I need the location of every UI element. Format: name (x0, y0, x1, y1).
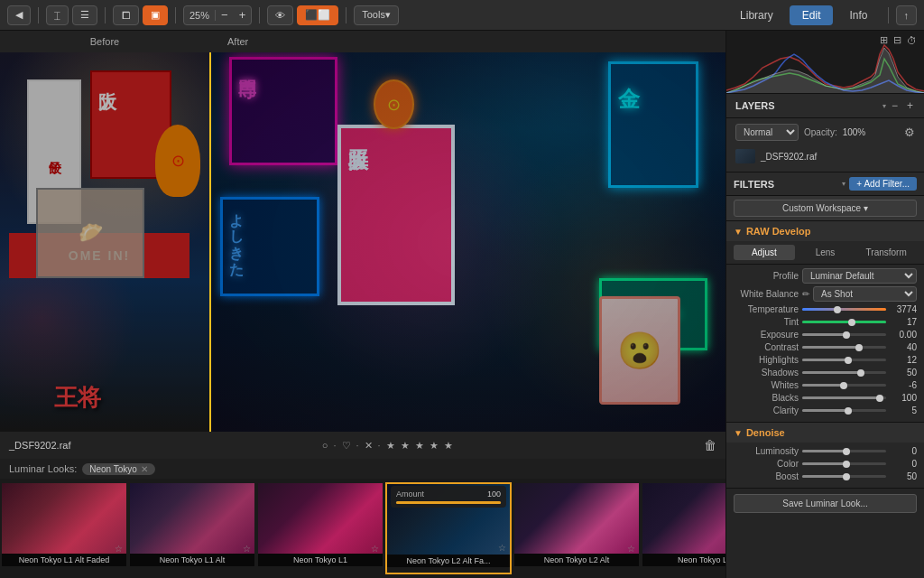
shadows-thumb[interactable] (857, 369, 864, 377)
whites-slider[interactable] (802, 384, 886, 387)
tint-label: Tint (734, 317, 799, 327)
raw-tab-transform[interactable]: Transform (855, 245, 917, 260)
film-thumb-5 (514, 483, 639, 554)
shadows-slider[interactable] (802, 371, 886, 374)
profile-select[interactable]: Luminar Default Camera Default (802, 268, 917, 284)
tint-slider[interactable] (802, 321, 886, 323)
luminosity-slider[interactable] (802, 450, 886, 452)
reject-icon[interactable]: ✕ (365, 440, 373, 452)
whites-thumb[interactable] (840, 382, 847, 389)
add-filter-button[interactable]: + Add Filter... (849, 177, 917, 191)
before-after-button[interactable]: ⬛⬜ (297, 5, 338, 25)
tools-button[interactable]: Tools▾ (354, 5, 399, 25)
contrast-thumb[interactable] (855, 344, 863, 351)
compare-mode-button[interactable]: ▣ (143, 5, 168, 25)
custom-workspace-button[interactable]: Custom Workspace ▾ (734, 200, 917, 217)
boost-slider[interactable] (802, 475, 886, 478)
export-button[interactable]: ↑ (896, 5, 918, 25)
temperature-thumb[interactable] (834, 306, 841, 313)
back-button[interactable]: ◀ (7, 5, 31, 25)
blacks-slider[interactable] (802, 396, 886, 399)
looks-badge: Neon Tokyo ✕ (82, 463, 155, 475)
layers-plus-btn[interactable]: + (905, 99, 915, 112)
contrast-slider[interactable] (802, 346, 886, 349)
highlights-slider[interactable] (802, 359, 886, 361)
star-3[interactable]: ★ (415, 440, 424, 452)
blacks-thumb[interactable] (876, 395, 883, 402)
color-thumb[interactable] (843, 461, 850, 468)
raw-tab-lens[interactable]: Lens (795, 245, 856, 260)
highlights-thumb[interactable] (845, 357, 852, 364)
film-item-4[interactable]: Amount 100 ☆ Neon Tokyo L2 Alt Fa... (385, 482, 512, 574)
exposure-track (802, 333, 845, 336)
before-after-bar: Before After (0, 31, 725, 52)
after-label: After (218, 36, 257, 47)
clarity-track (802, 409, 845, 412)
temperature-label: Temperature (734, 304, 799, 314)
film-star-1[interactable]: ☆ (115, 544, 123, 554)
tint-thumb[interactable] (848, 319, 855, 326)
star-2[interactable]: ★ (401, 440, 410, 452)
star-1[interactable]: ★ (386, 440, 395, 452)
after-section: After (209, 36, 725, 47)
film-star-5[interactable]: ☆ (627, 544, 635, 554)
view-mode-button[interactable]: ⧠ (113, 5, 139, 25)
color-slider[interactable] (802, 462, 886, 465)
amount-slider[interactable] (396, 501, 501, 504)
layer-row[interactable]: _DSF9202.raf (735, 146, 915, 166)
denoise-header[interactable]: ▼ Denoise (726, 423, 924, 443)
film-star-2[interactable]: ☆ (243, 544, 251, 554)
before-after-divider[interactable] (209, 52, 211, 432)
edit-tab[interactable]: Edit (790, 5, 834, 25)
delete-button[interactable]: 🗑 (704, 438, 716, 452)
film-item-5[interactable]: ☆ Neon Tokyo L2 Alt (513, 482, 640, 574)
zoom-minus-button[interactable]: − (216, 8, 234, 22)
film-star-3[interactable]: ☆ (371, 544, 379, 554)
exposure-thumb[interactable] (843, 331, 850, 339)
star-4[interactable]: ★ (430, 440, 439, 452)
boost-thumb[interactable] (843, 473, 850, 480)
denoise-title: Denoise (746, 427, 917, 438)
zoom-plus-button[interactable]: + (234, 8, 252, 22)
heart-icon[interactable]: ♡ (342, 440, 351, 452)
layers-header[interactable]: LAYERS ▾ − + (726, 94, 924, 118)
raw-develop-header[interactable]: ▼ RAW Develop (726, 221, 924, 241)
menu-button[interactable]: ☰ (72, 5, 97, 25)
circle-icon[interactable]: ○ (322, 440, 328, 451)
filters-header[interactable]: FILTERS ▾ + Add Filter... (726, 172, 924, 196)
layers-chevron: ▾ (882, 102, 886, 110)
exposure-slider[interactable] (802, 333, 886, 336)
right-panel: ⊞ ⊟ ⏱ LAYERS ▾ (725, 31, 924, 578)
toolbar-separator-1 (38, 7, 39, 23)
color-track (802, 462, 845, 465)
crop-tool-button[interactable]: ⌶ (46, 5, 69, 25)
info-tab[interactable]: Info (836, 5, 880, 25)
star-5[interactable]: ★ (444, 440, 453, 452)
raw-tab-adjust[interactable]: Adjust (734, 245, 795, 260)
film-star-4[interactable]: ☆ (498, 543, 506, 553)
wb-select[interactable]: As Shot Auto Daylight (813, 286, 917, 302)
library-tab[interactable]: Library (727, 5, 786, 25)
film-item-1[interactable]: ☆ Neon Tokyo L1 Alt Faded (1, 482, 127, 574)
layers-minus-btn[interactable]: − (890, 99, 900, 112)
film-item-2[interactable]: ☆ Neon Tokyo L1 Alt (129, 482, 255, 574)
film-item-6[interactable]: ☆ Neon Tokyo L2 (642, 482, 725, 574)
film-item-3[interactable]: ☆ Neon Tokyo L1 (257, 482, 383, 574)
blend-mode-select[interactable]: Normal Multiply Screen (735, 124, 799, 141)
custom-workspace-label: Custom Workspace (782, 203, 861, 213)
raw-collapse-icon: ▼ (734, 227, 743, 237)
clarity-thumb[interactable] (845, 407, 852, 415)
layers-gear-btn[interactable]: ⚙ (904, 126, 915, 139)
boost-label: Boost (734, 471, 799, 481)
luminosity-thumb[interactable] (843, 448, 850, 455)
tint-row: Tint 17 (734, 317, 917, 327)
image-container[interactable]: 餃子 大阪 OME IN! ⊙ 🥟 王将 (0, 52, 725, 432)
wb-eyedropper-icon[interactable]: ✏ (802, 289, 809, 299)
film-label-4: Neon Tokyo L2 Alt Fa... (387, 555, 510, 567)
clarity-slider[interactable] (802, 409, 886, 412)
preview-button[interactable]: 👁 (267, 5, 293, 25)
temperature-slider[interactable] (802, 308, 886, 311)
looks-badge-close[interactable]: ✕ (141, 464, 148, 474)
save-look-button[interactable]: Save Luminar Look... (734, 494, 917, 513)
layers-section: Normal Multiply Screen Opacity: 100% ⚙ _… (726, 118, 924, 172)
